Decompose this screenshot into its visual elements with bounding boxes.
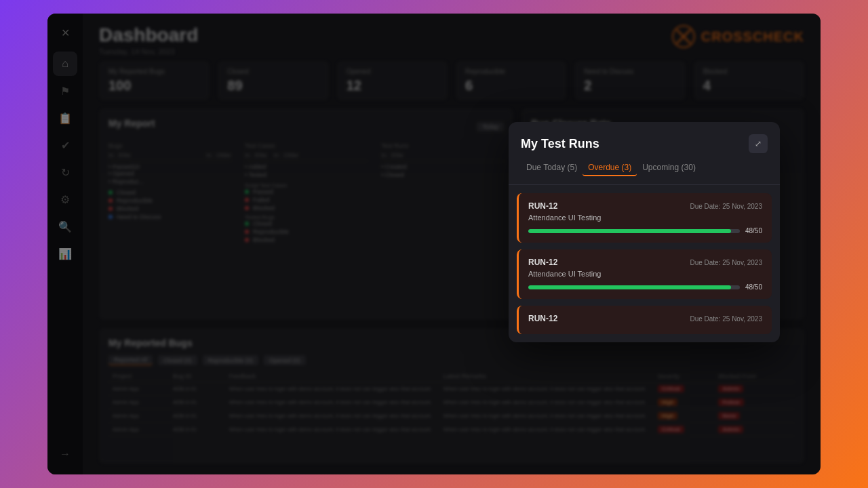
progress-bg-2: [528, 285, 740, 289]
runs-list: RUN-12 Due Date: 25 Nov, 2023 Attendance…: [509, 185, 780, 342]
run-card-2[interactable]: RUN-12 Due Date: 25 Nov, 2023 Attendance…: [517, 249, 772, 299]
tab-overdue[interactable]: Overdue (3): [583, 160, 637, 176]
expand-button[interactable]: ⤢: [749, 134, 768, 153]
run-card-1[interactable]: RUN-12 Due Date: 25 Nov, 2023 Attendance…: [517, 193, 772, 243]
run-due-3: Due Date: 25 Nov, 2023: [690, 315, 762, 323]
panel-header: My Test Runs ⤢: [509, 122, 780, 160]
run-id-2: RUN-12: [528, 258, 557, 267]
run-id-1: RUN-12: [528, 201, 557, 211]
progress-bg-1: [528, 229, 740, 233]
progress-label-1: 48/50: [745, 227, 762, 235]
run-due-1: Due Date: 25 Nov, 2023: [690, 203, 762, 210]
run-id-3: RUN-12: [528, 314, 557, 323]
run-card-3[interactable]: RUN-12 Due Date: 25 Nov, 2023: [517, 306, 772, 334]
progress-fill-2: [528, 285, 731, 289]
tab-due-today[interactable]: Due Today (5): [521, 160, 583, 176]
run-name-2: Attendance UI Testing: [528, 270, 762, 278]
test-runs-panel: My Test Runs ⤢ Due Today (5) Overdue (3)…: [509, 122, 780, 342]
main-window: ✕ ⌂ ⚑ 📋 ✔ ↻ ⚙ 🔍 📊 →: [47, 14, 821, 474]
tabs-row: Due Today (5) Overdue (3) Upcoming (30): [509, 160, 780, 185]
progress-fill-1: [528, 229, 731, 233]
panel-header-title: My Test Runs: [521, 137, 599, 151]
progress-label-2: 48/50: [745, 283, 762, 291]
run-due-2: Due Date: 25 Nov, 2023: [690, 259, 762, 266]
tab-upcoming[interactable]: Upcoming (30): [637, 160, 701, 176]
run-name-1: Attendance UI Testing: [528, 214, 762, 222]
